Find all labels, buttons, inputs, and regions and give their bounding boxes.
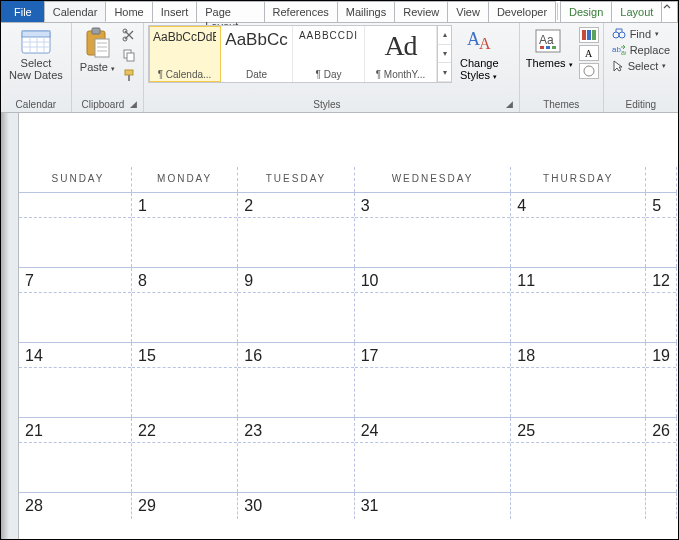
- calendar-cell[interactable]: 2: [238, 193, 354, 268]
- svg-rect-27: [587, 30, 591, 40]
- clipboard-dialog-launcher[interactable]: ◢: [130, 99, 137, 109]
- calendar-cell[interactable]: 17: [354, 343, 511, 418]
- tab-review[interactable]: Review: [394, 1, 448, 22]
- cursor-icon: [612, 60, 624, 72]
- calendar-cell[interactable]: 8: [132, 268, 238, 343]
- tab-insert[interactable]: Insert: [152, 1, 198, 22]
- change-styles-label: Change Styles ▾: [460, 57, 499, 81]
- calendar-cell[interactable]: 28: [19, 493, 132, 520]
- paste-button[interactable]: Paste ▾: [76, 25, 119, 77]
- calendar-cell[interactable]: 22: [132, 418, 238, 493]
- style-item-calendar[interactable]: AaBbCcDdE ¶ Calenda...: [149, 26, 221, 82]
- calendar-cell[interactable]: [511, 493, 646, 520]
- calendar-table[interactable]: SUNDAY MONDAY TUESDAY WEDNESDAY THURSDAY…: [19, 167, 677, 519]
- style-item-monthyear[interactable]: Ad ¶ MonthY...: [365, 26, 437, 82]
- calendar-cell[interactable]: 7: [19, 268, 132, 343]
- calendar-cell[interactable]: 19: [646, 343, 677, 418]
- select-new-dates-label: Select New Dates: [9, 57, 63, 81]
- themes-label: Themes ▾: [526, 57, 573, 69]
- calendar-cell[interactable]: 14: [19, 343, 132, 418]
- theme-fonts-button[interactable]: A: [579, 45, 599, 61]
- change-styles-icon: A A: [463, 27, 495, 57]
- calendar-cell[interactable]: 3: [354, 193, 511, 268]
- svg-rect-9: [95, 39, 109, 57]
- replace-button[interactable]: abac Replace: [608, 43, 674, 57]
- calendar-row: 28 29 30 31: [19, 493, 677, 520]
- calendar-cell[interactable]: 29: [132, 493, 238, 520]
- themes-icon: Aa: [533, 27, 565, 57]
- calendar-cell[interactable]: 21: [19, 418, 132, 493]
- scissors-icon: [122, 28, 136, 42]
- svg-rect-17: [125, 70, 133, 75]
- collapse-ribbon-button[interactable]: [661, 1, 678, 22]
- tab-calendar[interactable]: Calendar: [44, 1, 107, 22]
- calendar-cell[interactable]: 24: [354, 418, 511, 493]
- group-clipboard: Paste ▾ Clipboard◢: [72, 23, 144, 112]
- group-clipboard-label: Clipboard◢: [76, 98, 139, 112]
- styles-scroll-up[interactable]: ▴: [438, 26, 451, 45]
- clipboard-icon: [83, 27, 111, 59]
- header-tuesday: TUESDAY: [238, 167, 354, 193]
- tab-view[interactable]: View: [447, 1, 489, 22]
- calendar-cell[interactable]: [646, 493, 677, 520]
- calendar-cell[interactable]: 11: [511, 268, 646, 343]
- tab-mailings[interactable]: Mailings: [337, 1, 395, 22]
- paste-label: Paste ▾: [80, 61, 115, 75]
- tab-references[interactable]: References: [264, 1, 338, 22]
- calendar-cell[interactable]: 1: [132, 193, 238, 268]
- svg-point-31: [619, 32, 625, 38]
- calendar-cell[interactable]: 31: [354, 493, 511, 520]
- copy-button[interactable]: [121, 47, 137, 63]
- group-calendar: Select New Dates Calendar: [1, 23, 72, 112]
- binoculars-icon: [612, 28, 626, 40]
- group-styles-label: Styles◢: [148, 98, 515, 112]
- colors-icon: [582, 30, 596, 40]
- theme-effects-button[interactable]: [579, 63, 599, 79]
- calendar-cell[interactable]: 5: [646, 193, 677, 268]
- style-item-day[interactable]: AABBCCDI ¶ Day: [293, 26, 365, 82]
- calendar-cell[interactable]: 16: [238, 343, 354, 418]
- theme-colors-button[interactable]: [579, 27, 599, 43]
- calendar-cell[interactable]: 25: [511, 418, 646, 493]
- effects-icon: [583, 65, 595, 77]
- vertical-ruler: [1, 113, 19, 539]
- svg-rect-26: [582, 30, 586, 40]
- page[interactable]: SUNDAY MONDAY TUESDAY WEDNESDAY THURSDAY…: [19, 113, 678, 539]
- styles-dialog-launcher[interactable]: ◢: [506, 99, 513, 109]
- calendar-cell[interactable]: 9: [238, 268, 354, 343]
- calendar-row: 1 2 3 4 5: [19, 193, 677, 268]
- calendar-cell[interactable]: 10: [354, 268, 511, 343]
- tab-developer[interactable]: Developer: [488, 1, 556, 22]
- select-button[interactable]: Select ▾: [608, 59, 674, 73]
- tab-page-layout[interactable]: Page Layout: [196, 1, 264, 22]
- svg-rect-1: [22, 31, 50, 37]
- calendar-cell[interactable]: 4: [511, 193, 646, 268]
- tab-layout[interactable]: Layout: [611, 1, 662, 22]
- format-painter-button[interactable]: [121, 67, 137, 83]
- calendar-cell[interactable]: 18: [511, 343, 646, 418]
- find-button[interactable]: Find ▾: [608, 27, 674, 41]
- styles-scroll-down[interactable]: ▾: [438, 45, 451, 64]
- calendar-cell[interactable]: 12: [646, 268, 677, 343]
- svg-rect-24: [546, 46, 550, 49]
- tab-home[interactable]: Home: [105, 1, 152, 22]
- tab-file[interactable]: File: [1, 1, 45, 22]
- calendar-cell[interactable]: [19, 193, 132, 268]
- calendar-cell[interactable]: 30: [238, 493, 354, 520]
- select-new-dates-button[interactable]: Select New Dates: [5, 25, 67, 83]
- svg-text:Aa: Aa: [539, 33, 554, 47]
- group-editing: Find ▾ abac Replace Select ▾ Editing: [604, 23, 678, 112]
- styles-expand[interactable]: ▾: [438, 63, 451, 82]
- themes-button[interactable]: Aa Themes ▾: [524, 25, 575, 71]
- calendar-row: 21 22 23 24 25 26: [19, 418, 677, 493]
- style-item-date[interactable]: AaBbCc Date: [221, 26, 293, 82]
- calendar-cell[interactable]: 15: [132, 343, 238, 418]
- group-editing-label: Editing: [608, 98, 674, 112]
- cut-button[interactable]: [121, 27, 137, 43]
- change-styles-button[interactable]: A A Change Styles ▾: [458, 25, 501, 83]
- tab-design[interactable]: Design: [560, 1, 612, 22]
- calendar-cell[interactable]: 26: [646, 418, 677, 493]
- calendar-cell[interactable]: 23: [238, 418, 354, 493]
- calendar-row: 14 15 16 17 18 19: [19, 343, 677, 418]
- svg-rect-28: [592, 30, 596, 40]
